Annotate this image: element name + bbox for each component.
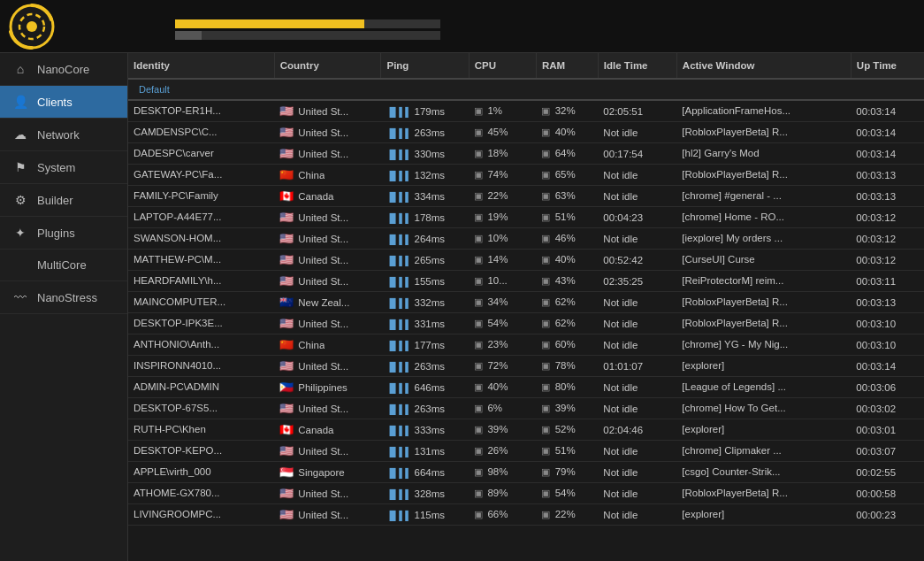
cell-idle: Not idle	[598, 504, 676, 526]
monitor-icon: ▣	[474, 445, 483, 456]
cell-uptime: 00:03:13	[851, 165, 924, 186]
window-text: [chrome] YG - My Nig...	[682, 339, 788, 350]
table-row[interactable]: MATTHEW-PC\M... 🇺🇸 United St... ▐▌▌▌ 265…	[128, 250, 924, 271]
cell-uptime: 00:03:12	[851, 250, 924, 271]
table-row[interactable]: SWANSON-HOM... 🇺🇸 United St... ▐▌▌▌ 264m…	[128, 228, 924, 250]
flag-icon: 🇨🇦	[279, 189, 294, 203]
table-row[interactable]: DESKTOP-ER1H... 🇺🇸 United St... ▐▌▌▌ 179…	[128, 100, 924, 122]
cell-cpu: ▣ 18%	[469, 143, 536, 165]
table-row[interactable]: FAMILY-PC\Family 🇨🇦 Canada ▐▌▌▌ 334ms ▣ …	[128, 186, 924, 207]
cell-ram: ▣ 52%	[536, 419, 598, 441]
clients-icon: 👤	[12, 95, 28, 109]
signal-icon: ▐▌▌▌	[386, 256, 411, 265]
ram-icon: ▣	[541, 318, 550, 328]
sidebar-item-clients[interactable]: 👤 Clients	[0, 86, 127, 119]
sidebar-item-system[interactable]: ⚑ System	[0, 151, 127, 184]
cell-country: 🇨🇳 China	[274, 165, 381, 186]
cell-country: 🇳🇿 New Zeal...	[274, 292, 381, 313]
logo-icon	[9, 4, 55, 50]
cell-country: 🇺🇸 United St...	[274, 207, 381, 228]
flag-icon: 🇸🇬	[279, 465, 294, 479]
ram-icon: ▣	[541, 445, 550, 456]
cell-ram: ▣ 62%	[536, 292, 598, 313]
flag-icon: 🇺🇸	[279, 232, 294, 245]
table-row[interactable]: ATHOME-GX780... 🇺🇸 United St... ▐▌▌▌ 328…	[128, 483, 924, 504]
sidebar-item-nanostress[interactable]: 〰 NanoStress	[0, 281, 127, 314]
table-row[interactable]: LIVINGROOMPC... 🇺🇸 United St... ▐▌▌▌ 115…	[128, 504, 924, 526]
cell-uptime: 00:03:14	[851, 143, 924, 165]
signal-icon: ▐▌▌▌	[386, 107, 411, 117]
country-text: Philippines	[298, 382, 347, 393]
ram-icon: ▣	[541, 127, 550, 137]
cell-cpu: ▣ 89%	[469, 483, 536, 504]
cell-country: 🇺🇸 United St...	[274, 271, 381, 292]
ram-icon: ▣	[541, 381, 550, 392]
cell-ram: ▣ 40%	[536, 122, 598, 143]
table-row[interactable]: INSPIRONN4010... 🇺🇸 United St... ▐▌▌▌ 26…	[128, 356, 924, 377]
country-text: United St...	[298, 403, 348, 414]
poll-area	[137, 12, 915, 40]
cell-cpu: ▣ 14%	[469, 250, 536, 271]
signal-icon: ▐▌▌▌	[386, 213, 411, 223]
flag-icon: 🇨🇦	[279, 423, 294, 436]
sidebar-item-nanocore[interactable]: ⌂ NanoCore	[0, 53, 127, 86]
monitor-icon: ▣	[474, 127, 483, 137]
table-row[interactable]: APPLE\virth_000 🇸🇬 Singapore ▐▌▌▌ 664ms …	[128, 462, 924, 483]
table-row[interactable]: DESKTOP-IPK3E... 🇺🇸 United St... ▐▌▌▌ 33…	[128, 313, 924, 334]
table-row[interactable]: LAPTOP-A44E77... 🇺🇸 United St... ▐▌▌▌ 17…	[128, 207, 924, 228]
window-text: [League of Legends] ...	[682, 381, 786, 392]
cell-identity: ATHOME-GX780...	[128, 483, 274, 504]
table-row[interactable]: GATEWAY-PC\Fa... 🇨🇳 China ▐▌▌▌ 132ms ▣ 7…	[128, 165, 924, 186]
cell-window: [RobloxPlayerBeta] R...	[676, 313, 851, 334]
cell-ping: ▐▌▌▌ 664ms	[381, 462, 469, 483]
table-row[interactable]: ANTHONIO\Anth... 🇨🇳 China ▐▌▌▌ 177ms ▣ 2…	[128, 334, 924, 356]
country-text: Canada	[298, 191, 333, 202]
cell-ram: ▣ 40%	[536, 250, 598, 271]
signal-icon: ▐▌▌▌	[386, 341, 411, 350]
cell-uptime: 00:03:13	[851, 292, 924, 313]
cell-ram: ▣ 46%	[536, 228, 598, 250]
cell-uptime: 00:03:14	[851, 100, 924, 122]
cell-uptime: 00:00:23	[851, 504, 924, 526]
flag-icon: 🇨🇳	[279, 338, 294, 351]
table-row[interactable]: RUTH-PC\Khen 🇨🇦 Canada ▐▌▌▌ 333ms ▣ 39% …	[128, 419, 924, 441]
sidebar-item-builder[interactable]: ⚙ Builder	[0, 184, 127, 217]
table-row[interactable]: DESKTOP-67S5... 🇺🇸 United St... ▐▌▌▌ 263…	[128, 398, 924, 419]
cell-window: [explorer]	[676, 356, 851, 377]
signal-icon: ▐▌▌▌	[386, 150, 411, 159]
clients-table-container[interactable]: Identity Country Ping CPU RAM Idle Time …	[128, 53, 924, 561]
cell-ram: ▣ 62%	[536, 313, 598, 334]
sidebar-item-network[interactable]: ☁ Network	[0, 119, 127, 151]
default-label-row: Default	[128, 79, 924, 100]
ram-icon: ▣	[541, 466, 550, 477]
monitor-icon: ▣	[474, 318, 483, 328]
cell-ram: ▣ 79%	[536, 462, 598, 483]
table-row[interactable]: DESKTOP-KEPO... 🇺🇸 United St... ▐▌▌▌ 131…	[128, 441, 924, 462]
cell-cpu: ▣ 6%	[469, 398, 536, 419]
cell-identity: CAMDENSPC\C...	[128, 122, 274, 143]
sidebar-item-multicore[interactable]: MultiCore	[0, 250, 127, 281]
cell-uptime: 00:00:58	[851, 483, 924, 504]
table-row[interactable]: ADMIN-PC\ADMIN 🇵🇭 Philippines ▐▌▌▌ 646ms…	[128, 377, 924, 398]
cell-idle: 02:05:51	[598, 100, 676, 122]
signal-icon: ▐▌▌▌	[386, 192, 411, 202]
cell-window: [hl2] Garry's Mod	[676, 143, 851, 165]
country-text: Singapore	[298, 467, 344, 478]
cell-cpu: ▣ 40%	[469, 377, 536, 398]
window-text: [RobloxPlayerBeta] R...	[682, 296, 788, 307]
table-row[interactable]: CAMDENSPC\C... 🇺🇸 United St... ▐▌▌▌ 263m…	[128, 122, 924, 143]
monitor-icon: ▣	[474, 148, 483, 158]
table-row[interactable]: DADESPC\carver 🇺🇸 United St... ▐▌▌▌ 330m…	[128, 143, 924, 165]
cell-window: [chrome] How To Get...	[676, 398, 851, 419]
flag-icon: 🇺🇸	[279, 253, 294, 266]
cell-identity: DADESPC\carver	[128, 143, 274, 165]
table-row[interactable]: HEARDFAMILY\h... 🇺🇸 United St... ▐▌▌▌ 15…	[128, 271, 924, 292]
country-text: China	[298, 170, 325, 181]
nanostress-icon: 〰	[12, 290, 28, 304]
table-row[interactable]: MAINCOMPUTER... 🇳🇿 New Zeal... ▐▌▌▌ 332m…	[128, 292, 924, 313]
sidebar-item-plugins[interactable]: ✦ Plugins	[0, 217, 127, 250]
window-text: [RobloxPlayerBeta] R...	[682, 318, 788, 328]
col-header-ram: RAM	[536, 53, 598, 79]
cell-country: 🇺🇸 United St...	[274, 143, 381, 165]
ram-icon: ▣	[541, 169, 550, 180]
